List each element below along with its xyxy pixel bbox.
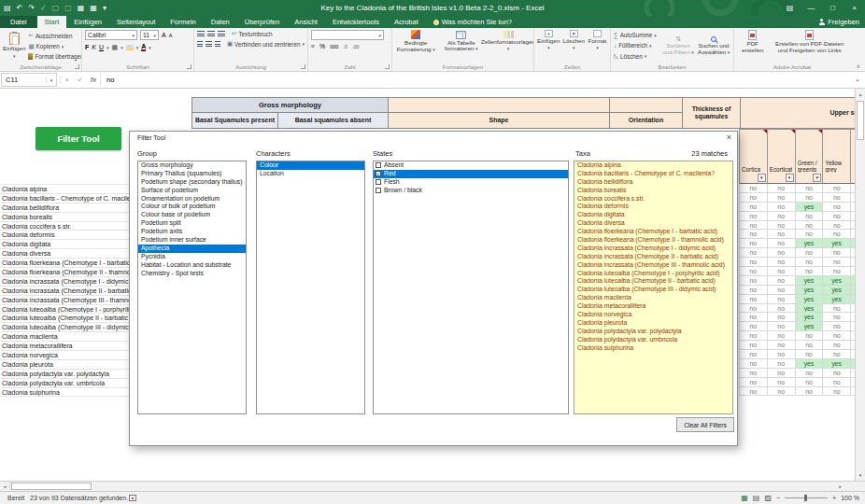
match-cell[interactable]: no [796,248,824,258]
group-item[interactable]: Pycnidia [138,253,246,261]
ribbon-tab[interactable]: Ansicht [287,16,325,28]
quick-access-icon[interactable]: ▾ [103,4,106,12]
taxon-name-cell[interactable]: Cladonia luteoalba (Chemotype I - porphy… [0,305,129,315]
quick-access-icon[interactable]: ▤ [4,4,11,12]
match-cell[interactable]: yes [796,322,824,331]
font-color-button[interactable]: A [141,43,146,51]
fill-button[interactable]: ↓Füllbereich▾ [614,42,659,49]
taxon-name-cell[interactable]: Cladonia bellidiflora [0,203,129,213]
quick-access-icon[interactable]: ▦ [78,4,85,12]
percent-button[interactable]: % [319,43,325,49]
match-cell[interactable]: no [768,286,796,295]
taxon-name-cell[interactable]: Cladonia pleurota [0,360,129,370]
align-top-icon[interactable] [197,31,205,37]
enter-icon[interactable]: ✓ [74,76,87,84]
expand-formula-bar-icon[interactable]: ▾ [850,77,865,83]
share-pdf-link-button[interactable]: Erstellen von PDF-Dateien und Freigeben … [772,30,847,53]
match-cell[interactable]: no [768,313,796,322]
quick-access-icon[interactable]: ▢ [52,4,60,12]
group-item[interactable]: Habitat - Location and substrate [138,261,246,270]
align-right-icon[interactable] [215,41,220,48]
scroll-left-icon[interactable]: ◂ [0,482,10,491]
match-cell[interactable]: no [740,230,768,239]
page-break-view-icon[interactable]: ▨ [764,494,772,502]
match-cell[interactable]: yes [823,286,851,295]
match-cell[interactable]: no [796,331,824,341]
match-cell[interactable]: no [823,203,851,212]
font-size-select[interactable]: 11▾ [140,30,159,40]
match-cell[interactable]: no [768,387,796,397]
scrollbar-thumb[interactable] [11,483,92,490]
match-cell[interactable]: no [796,369,824,378]
insert-cells-button[interactable]: +Einfügen ▾ [537,30,560,50]
align-left-icon[interactable] [197,41,203,48]
match-cell[interactable]: yes [796,359,824,369]
bold-button[interactable]: F [85,44,89,50]
group-item[interactable]: Ornamentation on podetium [138,195,246,203]
header-basal-absent[interactable]: Basal squamules absent [277,112,389,129]
zoom-level[interactable]: 100 % [841,495,859,501]
restore-icon[interactable]: □ [822,0,844,16]
match-cell[interactable]: no [823,230,851,239]
column-header-corticate[interactable]: Cortica ▾ [740,129,768,184]
match-cell[interactable]: no [823,212,851,221]
match-cell[interactable]: no [740,286,768,295]
match-cell[interactable]: no [740,276,768,286]
state-item[interactable]: Flesh [374,178,568,187]
match-cell[interactable]: no [740,387,768,397]
match-cell[interactable]: no [768,258,796,267]
taxon-name-cell[interactable]: Cladonia diversa [0,249,129,259]
match-cell[interactable]: no [768,221,796,231]
quick-access-icon[interactable]: ↶ [17,4,23,12]
ribbon-tab[interactable]: Einfügen [66,16,109,28]
match-cell[interactable]: no [823,193,851,203]
match-cell[interactable]: yes [796,239,824,248]
thousands-button[interactable]: 000 [330,44,338,49]
group-item[interactable]: Podetium axils [138,228,246,236]
clear-all-filters-button[interactable]: Clear All Filters [676,417,734,432]
checkbox[interactable] [376,188,381,193]
match-cell[interactable]: no [796,221,824,231]
group-item[interactable]: Chemistry - Spot tests [138,270,246,278]
remove-decimal-button[interactable]: .00 [352,44,360,49]
match-cell[interactable]: no [796,267,824,276]
header-basal-present[interactable]: Basal Squamules present [191,112,278,129]
normal-view-icon[interactable]: ▦ [741,494,748,502]
checkbox[interactable] [376,162,381,168]
copy-button[interactable]: ▦Kopieren▾ [28,43,82,50]
match-cell[interactable]: no [823,350,851,359]
header-empty[interactable] [388,97,610,113]
share-button[interactable]: Freigeben [813,16,865,28]
taxon-name-cell[interactable]: Cladonia incrassata (Chemotype I - didym… [0,277,129,287]
match-cell[interactable]: no [740,313,768,322]
sort-filter-button[interactable]: ⇅ Sortieren und Filtern ▾ [662,30,694,62]
ribbon-tab[interactable]: Formeln [163,16,204,28]
match-cell[interactable]: no [796,193,824,203]
zoom-slider[interactable] [785,497,828,498]
match-cell[interactable]: no [740,378,768,387]
tell-me-box[interactable]: Was möchten Sie tun? [426,16,519,28]
match-cell[interactable]: no [768,295,796,304]
match-cell[interactable]: no [796,212,824,221]
create-pdf-button[interactable]: PDF erstellen [737,30,768,53]
wrap-text-button[interactable]: ↩Textumbruch [232,30,273,37]
match-cell[interactable]: no [740,369,768,378]
match-cell[interactable]: yes [796,295,824,304]
checkbox[interactable] [376,179,381,185]
match-cell[interactable]: no [796,378,824,387]
taxon-name-cell[interactable]: Cladonia macilenta [0,332,129,342]
vertical-scrollbar[interactable]: ▴ ▾ [855,89,865,481]
taxon-name-cell[interactable]: Cladonia digitata [0,240,129,249]
match-cell[interactable]: no [768,378,796,387]
match-cell[interactable]: no [768,230,796,239]
filter-dropdown-icon[interactable]: ▾ [813,174,821,182]
align-center-icon[interactable] [206,41,211,48]
scrollbar-thumb[interactable] [857,101,864,140]
match-cell[interactable]: yes [796,276,824,286]
match-cell[interactable]: yes [823,276,851,286]
group-item[interactable]: Podetium shape (secondary thallus) [138,178,246,187]
zoom-in-button[interactable]: + [832,495,836,501]
zoom-out-button[interactable]: − [776,495,780,501]
paste-button[interactable]: Einfügen ▾ [3,30,25,62]
currency-button[interactable]: ¤ [311,43,315,49]
